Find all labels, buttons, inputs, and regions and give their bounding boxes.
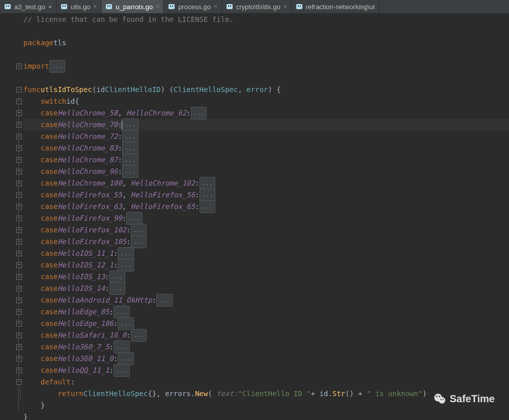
case-line[interactable]: case HelloChrome_70:... — [23, 119, 509, 131]
case-line[interactable]: case HelloChrome_58, HelloChrome_62:... — [23, 107, 509, 119]
close-switch[interactable]: } — [23, 400, 509, 411]
fold-icon[interactable] — [16, 344, 22, 350]
fold-icon[interactable] — [16, 251, 22, 256]
fold-icon[interactable] — [16, 309, 22, 315]
case-line[interactable]: case HelloChrome_72:... — [23, 131, 509, 142]
tab-process-go[interactable]: process.go× — [164, 0, 222, 13]
svg-point-13 — [228, 6, 229, 7]
case-line[interactable]: case HelloFirefox_55, HelloFirefox_56:..… — [23, 189, 509, 201]
close-icon[interactable]: × — [284, 3, 287, 10]
case-line[interactable]: case HelloEdge_106:... — [23, 318, 509, 329]
comment-line[interactable]: // license that can be found in the LICE… — [23, 14, 509, 25]
svg-point-8 — [109, 6, 110, 7]
case-line[interactable]: case Hello360_7_5:... — [23, 341, 509, 353]
go-file-icon — [4, 3, 11, 10]
code-line[interactable] — [23, 25, 509, 37]
func-decl[interactable]: func utlsIdToSpec(id ClientHelloID) (Cli… — [23, 84, 509, 96]
case-line[interactable]: case HelloAndroid_11_OkHttp:... — [23, 294, 509, 306]
tab-u_parrots-go[interactable]: u_parrots.go× — [101, 0, 164, 13]
close-icon[interactable]: × — [93, 3, 97, 10]
gutter — [0, 14, 22, 420]
tab-label: refraction-networking\ut — [306, 3, 375, 11]
code-line[interactable] — [23, 72, 509, 84]
svg-point-5 — [65, 6, 66, 7]
fold-icon[interactable] — [16, 356, 22, 362]
tab-crypto-tls-tls-go[interactable]: crypto\tls\tls.go× — [222, 0, 292, 13]
close-icon[interactable]: × — [156, 3, 159, 10]
svg-point-4 — [63, 6, 64, 7]
case-line[interactable]: case HelloFirefox_63, HelloFirefox_65:..… — [23, 201, 509, 213]
svg-rect-12 — [227, 4, 233, 9]
case-line[interactable]: case HelloIOS_13:... — [23, 271, 509, 283]
go-file-icon — [168, 3, 175, 10]
fold-icon[interactable] — [16, 216, 22, 221]
fold-icon[interactable] — [16, 227, 22, 233]
fold-icon[interactable] — [16, 169, 22, 174]
close-icon[interactable]: ● — [48, 3, 52, 10]
fold-icon[interactable] — [16, 145, 22, 151]
fold-icon[interactable] — [16, 274, 22, 280]
fold-icon[interactable] — [16, 122, 22, 128]
case-line[interactable]: case HelloIOS_14:... — [23, 283, 509, 294]
tab-a3_test-go[interactable]: a3_test.go● — [0, 0, 56, 13]
case-line[interactable]: case Hello360_11_0:... — [23, 353, 509, 365]
go-file-icon — [105, 3, 112, 10]
fold-icon[interactable] — [16, 321, 22, 326]
fold-icon[interactable] — [16, 157, 22, 163]
close-icon[interactable]: × — [214, 3, 217, 10]
tab-refraction-networking-ut[interactable]: refraction-networking\ut — [292, 0, 380, 13]
case-line[interactable]: case HelloFirefox_105:... — [23, 236, 509, 248]
tab-label: utls.go — [71, 3, 90, 11]
fold-icon[interactable] — [16, 368, 22, 373]
go-file-icon — [296, 3, 303, 10]
svg-rect-15 — [296, 4, 302, 9]
fold-icon[interactable] — [16, 297, 22, 303]
switch-line[interactable]: switch id { — [23, 96, 509, 107]
fold-icon[interactable] — [16, 192, 22, 198]
case-line[interactable]: case HelloIOS_12_1:... — [23, 259, 509, 271]
svg-rect-0 — [5, 4, 11, 9]
tab-label: u_parrots.go — [116, 3, 153, 11]
svg-point-7 — [107, 6, 108, 7]
case-line[interactable]: case HelloEdge_85:... — [23, 306, 509, 318]
code-area[interactable]: // license that can be found in the LICE… — [22, 14, 509, 420]
go-file-icon — [226, 3, 233, 10]
svg-point-14 — [230, 6, 231, 7]
fold-icon[interactable] — [16, 286, 22, 291]
svg-point-11 — [172, 6, 173, 7]
package-line[interactable]: package tls — [23, 37, 509, 49]
case-line[interactable]: case HelloQQ_11_1:... — [23, 365, 509, 376]
fold-icon[interactable] — [16, 379, 22, 385]
svg-point-2 — [8, 6, 9, 7]
fold-icon[interactable] — [16, 110, 22, 116]
case-line[interactable]: case HelloChrome_100, HelloChrome_102:..… — [23, 177, 509, 189]
code-editor[interactable]: // license that can be found in the LICE… — [0, 14, 509, 420]
fold-icon[interactable] — [16, 64, 22, 69]
fold-icon[interactable] — [16, 262, 22, 268]
case-line[interactable]: case HelloFirefox_99:... — [23, 213, 509, 224]
svg-point-17 — [299, 6, 300, 7]
svg-rect-9 — [168, 4, 175, 9]
fold-icon[interactable] — [16, 87, 22, 93]
case-line[interactable]: case HelloSafari_16_0:... — [23, 329, 509, 341]
fold-icon[interactable] — [16, 239, 22, 245]
svg-rect-6 — [106, 4, 112, 9]
editor-tabs: a3_test.go●utls.go×u_parrots.go×process.… — [0, 0, 509, 14]
fold-icon[interactable] — [16, 134, 22, 139]
tab-utls-go[interactable]: utls.go× — [56, 0, 101, 13]
close-func[interactable]: } — [23, 411, 509, 420]
fold-icon[interactable] — [16, 181, 22, 186]
fold-icon[interactable] — [16, 333, 22, 338]
case-line[interactable]: case HelloChrome_87:... — [23, 154, 509, 166]
case-line[interactable]: case HelloChrome_83:... — [23, 142, 509, 154]
fold-icon[interactable] — [16, 99, 22, 104]
return-line[interactable]: return ClientHelloSpec{}, errors.New( te… — [23, 388, 509, 400]
case-line[interactable]: case HelloIOS_11_1:... — [23, 248, 509, 259]
default-line[interactable]: default: — [23, 376, 509, 388]
import-line[interactable]: import ... — [23, 61, 509, 72]
case-line[interactable]: case HelloChrome_96:... — [23, 166, 509, 177]
code-line[interactable] — [23, 49, 509, 61]
case-line[interactable]: case HelloFirefox_102:... — [23, 224, 509, 236]
tab-label: crypto\tls\tls.go — [236, 3, 280, 11]
fold-icon[interactable] — [16, 204, 22, 209]
